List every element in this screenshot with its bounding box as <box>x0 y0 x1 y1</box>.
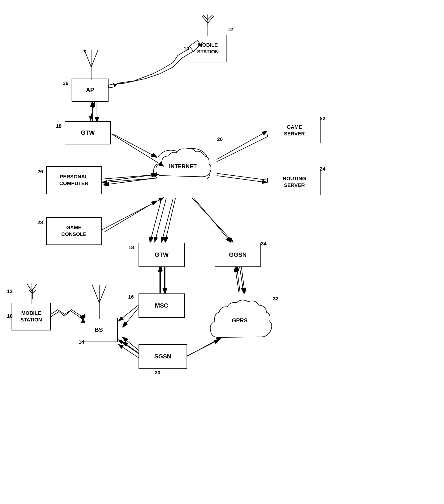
ref-28: 28 <box>37 219 43 226</box>
game-server-box: GAME SERVER <box>268 118 321 143</box>
svg-line-82 <box>118 344 138 358</box>
antenna-top-svg <box>199 14 217 36</box>
gtw-bottom-box: GTW <box>138 243 185 267</box>
svg-line-74 <box>162 198 173 242</box>
mobile-station-bottom-box: MOBILE STATION <box>12 303 51 330</box>
ref-12-bottom: 12 <box>7 288 13 294</box>
ggsn-box: GGSN <box>215 243 261 267</box>
ref-18-top: 18 <box>56 123 61 129</box>
svg-line-81 <box>118 340 138 354</box>
svg-line-37 <box>189 40 197 46</box>
routing-server-box: ROUTING SERVER <box>268 169 321 195</box>
gprs-cloud-svg: GPRS <box>205 291 273 349</box>
routing-server-label: ROUTING SERVER <box>283 175 306 189</box>
svg-line-80 <box>118 305 138 321</box>
gtw-top-label: GTW <box>81 129 95 137</box>
sgsn-label: SGSN <box>154 353 171 360</box>
svg-line-66 <box>90 102 95 121</box>
svg-line-75 <box>192 198 233 242</box>
ref-24: 24 <box>320 166 325 172</box>
bs-antenna-svg <box>90 284 108 319</box>
ref-12-top: 12 <box>227 27 233 33</box>
gtw-bottom-label: GTW <box>155 251 169 259</box>
svg-line-16 <box>217 173 272 181</box>
sgsn-box: SGSN <box>138 344 187 369</box>
ref-22: 22 <box>320 116 325 122</box>
svg-marker-45 <box>83 50 86 53</box>
pc-label: PERSONAL COMPUTER <box>59 174 88 187</box>
msc-box: MSC <box>138 293 185 318</box>
svg-line-78 <box>240 267 244 293</box>
svg-line-38 <box>189 46 194 52</box>
svg-line-18 <box>194 198 231 242</box>
svg-line-14 <box>104 201 156 232</box>
ref-34: 34 <box>261 241 266 247</box>
svg-line-72 <box>217 131 267 160</box>
ggsn-label: GGSN <box>229 251 247 259</box>
ref-32: 32 <box>273 296 278 302</box>
ref-18-bottom: 18 <box>128 245 134 251</box>
svg-line-56 <box>92 285 99 303</box>
game-console-label: GAME CONSOLE <box>61 224 86 237</box>
mobile-station-bottom-label: MOBILE STATION <box>20 310 42 323</box>
antenna-bottom-svg <box>23 281 41 304</box>
game-server-label: GAME SERVER <box>284 124 305 137</box>
ref-10-bottom: 10 <box>7 313 13 319</box>
msc-label: MSC <box>155 302 168 310</box>
svg-line-21 <box>241 266 245 293</box>
ref-36: 36 <box>63 80 68 87</box>
ap-antenna-svg <box>82 49 101 80</box>
ref-30: 30 <box>155 370 160 376</box>
svg-line-58 <box>99 285 106 303</box>
ref-26: 26 <box>37 169 43 175</box>
svg-line-15 <box>217 134 272 162</box>
bs-label: BS <box>94 326 103 334</box>
svg-line-42 <box>84 50 91 67</box>
svg-line-61 <box>27 284 32 291</box>
ap-label: AP <box>86 86 94 94</box>
svg-line-44 <box>91 50 98 67</box>
svg-line-34 <box>202 16 208 23</box>
gtw-top-box: GTW <box>65 121 111 144</box>
svg-line-17 <box>165 198 175 242</box>
svg-line-73 <box>217 176 267 182</box>
svg-line-36 <box>208 16 214 23</box>
ref-16: 16 <box>128 294 134 300</box>
svg-line-67 <box>90 102 95 121</box>
bs-box: BS <box>80 318 118 342</box>
ref-14: 14 <box>79 339 84 345</box>
svg-text:GPRS: GPRS <box>232 317 248 324</box>
ap-box: AP <box>71 79 108 102</box>
svg-line-63 <box>32 284 36 291</box>
svg-line-86 <box>155 198 166 242</box>
personal-computer-box: PERSONAL COMPUTER <box>46 166 102 194</box>
svg-text:INTERNET: INTERNET <box>169 163 197 169</box>
svg-line-79 <box>235 267 239 293</box>
svg-line-22 <box>237 266 240 293</box>
ref-20: 20 <box>217 136 222 142</box>
diagram: MOBILE STATION 10 12 AP 36 GTW 18 <box>0 0 444 504</box>
svg-line-32 <box>150 198 162 242</box>
game-console-box: GAME CONSOLE <box>46 217 102 245</box>
internet-cloud-svg: INTERNET INTERNET <box>143 134 219 203</box>
